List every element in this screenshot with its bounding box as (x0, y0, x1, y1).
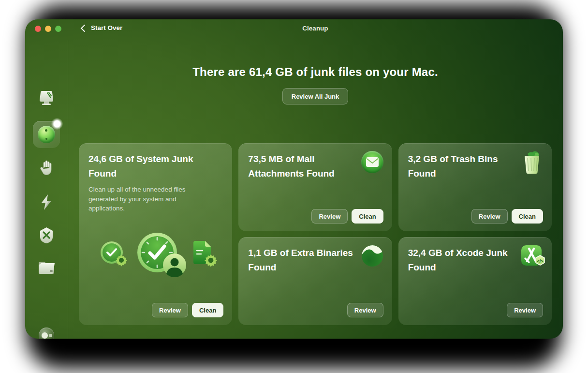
card-actions: Review Clean (152, 303, 223, 317)
review-button[interactable]: Review (311, 209, 348, 224)
monitor-icon (37, 90, 56, 107)
gear-badge-icon (115, 254, 128, 269)
card-system-junk[interactable]: 24,6 GB of System Junk Found Clean up al… (79, 143, 232, 325)
review-all-junk-button[interactable]: Review All Junk (282, 88, 349, 104)
system-junk-icon-cluster (79, 224, 232, 283)
user-badge-icon (162, 253, 187, 279)
chevron-left-icon (81, 24, 88, 32)
titlebar: Start Over Cleanup (25, 19, 563, 40)
zoom-window-button[interactable] (55, 26, 61, 32)
clean-button[interactable]: Clean (512, 209, 543, 224)
review-button[interactable]: Review (347, 303, 383, 317)
sidebar-item-cleanup-selected[interactable] (33, 121, 60, 148)
screenshot-stage: Start Over Cleanup (0, 0, 588, 373)
review-button[interactable]: Review (507, 303, 543, 317)
window-title: Cleanup (257, 25, 373, 32)
sidebar (25, 40, 68, 339)
card-title: 24,6 GB of System Junk Found (88, 152, 222, 181)
svg-text:</>: </> (537, 259, 543, 264)
sidebar-item-hand[interactable] (38, 159, 55, 178)
card-actions: Review (347, 303, 383, 317)
card-actions: Review Clean (471, 209, 543, 224)
card-trash-bins[interactable]: 3,2 GB of Trash Bins Found Review Clean (398, 143, 552, 231)
sidebar-footer-assistant[interactable] (39, 328, 54, 339)
assistant-orb-icon (39, 328, 54, 339)
app-window: Start Over Cleanup (25, 19, 563, 339)
lightning-icon (39, 194, 54, 211)
mail-icon (361, 151, 383, 173)
sidebar-item-apps[interactable] (37, 226, 56, 245)
glow-dot-badge (51, 118, 63, 130)
close-window-button[interactable] (35, 26, 41, 32)
junk-summary-headline: There are 61,4 GB of junk files on your … (79, 65, 552, 79)
card-description: Clean up all of the unneeded files gener… (88, 185, 205, 213)
card-xcode-junk[interactable]: 32,4 GB of Xcode Junk Found (398, 237, 552, 325)
trash-bin-icon (521, 151, 543, 173)
sidebar-item-monitor[interactable] (37, 90, 56, 107)
card-mail-attachments[interactable]: 73,5 MB of Mail Attachments Found Review… (238, 143, 392, 231)
review-button[interactable]: Review (471, 209, 508, 224)
clean-button[interactable]: Clean (352, 209, 383, 224)
document-gear-icon (191, 240, 212, 267)
sidebar-item-lightning[interactable] (39, 194, 54, 211)
cleanup-cards-grid: 24,6 GB of System Junk Found Clean up al… (79, 143, 552, 325)
traffic-lights (35, 26, 61, 32)
review-all-row: Review All Junk (79, 88, 552, 104)
clock-check-user-icon (136, 232, 178, 275)
apps-shield-icon (37, 226, 56, 245)
cleanup-ball-icon (38, 126, 55, 143)
clock-check-gear-icon (100, 240, 124, 267)
review-button[interactable]: Review (152, 303, 188, 317)
xcode-icon: </> (521, 245, 543, 267)
selected-tile-background (33, 121, 60, 148)
gear-badge-icon (204, 254, 218, 269)
clean-button[interactable]: Clean (192, 303, 223, 317)
sidebar-item-files[interactable] (37, 259, 56, 276)
card-actions: Review Clean (311, 209, 383, 224)
start-over-label: Start Over (91, 24, 122, 31)
card-actions: Review (507, 303, 543, 317)
folder-icon (37, 259, 56, 276)
start-over-button[interactable]: Start Over (82, 24, 122, 31)
minimize-window-button[interactable] (45, 26, 51, 32)
binaries-icon (361, 245, 383, 267)
hand-icon (38, 159, 55, 178)
card-extra-binaries[interactable]: 1,1 GB of Extra Binaries Found (238, 237, 392, 325)
